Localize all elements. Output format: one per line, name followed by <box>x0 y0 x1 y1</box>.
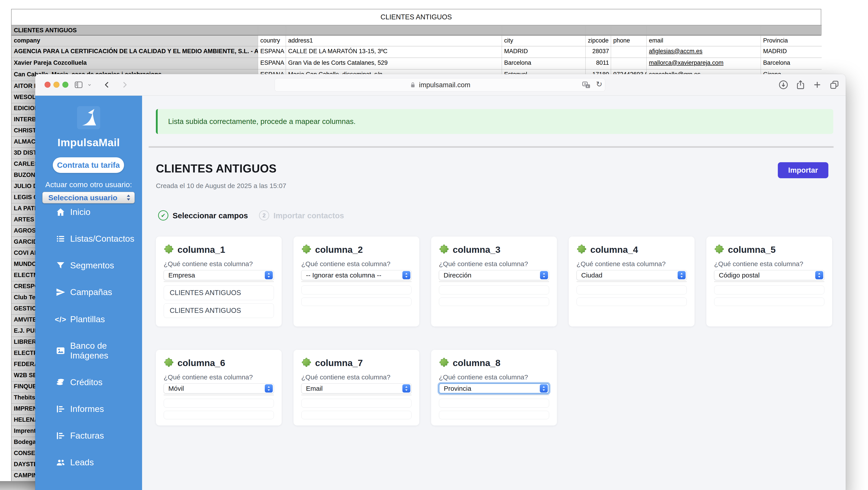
sheet-cell[interactable]: CLIENTES ANTIGUOS <box>11 25 258 35</box>
home-icon <box>56 207 65 217</box>
sheet-cell[interactable] <box>647 25 761 35</box>
mapping-card-columna_8: columna_8¿Qué contiene esta columna?Prov… <box>431 350 557 425</box>
sidebar-item-label: Campañas <box>70 287 112 297</box>
main-content: Lista subida correctamente, procede a ma… <box>142 96 846 490</box>
sheet-cell[interactable]: phone <box>611 35 647 46</box>
column-mapping-select[interactable]: Email <box>301 383 411 393</box>
column-mapping-select[interactable]: Código postal <box>714 270 824 280</box>
sample-value-box: CLIENTES ANTIGUOS <box>164 303 274 318</box>
downloads-icon[interactable] <box>778 80 788 90</box>
sheet-cell[interactable] <box>611 25 647 35</box>
sheet-cell[interactable] <box>502 25 586 35</box>
sidebar-item-banco-de-im-genes[interactable]: Banco de Imágenes <box>35 341 142 360</box>
sidebar-chevron-icon[interactable] <box>86 80 93 90</box>
select-stepper-icon <box>265 384 273 393</box>
horizontal-scrollbar[interactable] <box>149 146 834 148</box>
sheet-cell[interactable] <box>286 25 502 35</box>
sheet-cell[interactable]: MADRID <box>761 46 822 58</box>
select-arrows-icon <box>126 194 131 201</box>
traffic-zoom-button[interactable] <box>62 82 68 88</box>
import-button[interactable]: Importar <box>778 162 828 178</box>
sidebar-item-plantillas[interactable]: </>Plantillas <box>35 309 142 329</box>
page-title: CLIENTES ANTIGUOS <box>156 162 277 175</box>
step1-check-icon: ✔ <box>158 210 168 221</box>
sheet-cell[interactable]: Barcelona <box>761 58 822 69</box>
list-icon <box>56 234 65 244</box>
sheet-cell[interactable]: ESPANA <box>258 58 286 69</box>
contrata-tarifa-button[interactable]: Contrata tu tarifa <box>53 157 124 173</box>
sheet-cell[interactable]: 8011 <box>586 58 611 69</box>
traffic-close-button[interactable] <box>44 82 51 88</box>
sidebar-item-leads[interactable]: Leads <box>35 453 142 472</box>
sheet-cell[interactable] <box>611 58 647 69</box>
sheet-cell[interactable]: Barcelona <box>502 58 586 69</box>
select-value: Empresa <box>164 271 265 279</box>
traffic-minimize-button[interactable] <box>54 82 59 88</box>
mapping-card-columna_7: columna_7¿Qué contiene esta columna?Emai… <box>293 350 419 425</box>
sheet-cell[interactable]: ESPANA <box>258 46 286 58</box>
sheet-cell[interactable]: address1 <box>286 35 502 46</box>
sidebar-item-label: Plantillas <box>70 315 105 324</box>
card-question: ¿Qué contiene esta columna? <box>439 373 549 381</box>
column-mapping-select[interactable]: Dirección <box>439 270 549 280</box>
image-icon <box>56 346 65 356</box>
sheet-cell[interactable]: 28037 <box>586 46 611 58</box>
step2-number: 2 <box>259 210 269 221</box>
user-select[interactable]: Selecciona usuario <box>42 192 135 203</box>
sidebar-item-listas-contactos[interactable]: Listas/Contactos <box>35 229 142 249</box>
invoice-icon <box>56 431 65 440</box>
sheet-cell[interactable]: MADRID <box>502 46 586 58</box>
select-value: Email <box>302 385 402 392</box>
select-value: Móvil <box>164 385 265 392</box>
sheet-column-header-row: companycountryaddress1cityzipcodephoneem… <box>11 35 821 46</box>
column-mapping-select[interactable]: -- Ignorar esta columna -- <box>301 270 411 280</box>
sidebar-item-campa-as[interactable]: Campañas <box>35 283 142 302</box>
puzzle-icon <box>164 357 174 368</box>
sheet-cell[interactable]: afiglesias@accm.es <box>647 46 761 58</box>
column-mapping-select[interactable]: Empresa <box>164 270 274 280</box>
share-icon[interactable] <box>796 80 806 90</box>
sample-value-box <box>164 411 274 419</box>
sheet-cell[interactable]: Gran Via de les Corts Catalanes, 529 <box>286 58 502 69</box>
sidebar-item-segmentos[interactable]: Segmentos <box>35 256 142 275</box>
sheet-cell[interactable]: Provincia <box>761 35 822 46</box>
select-stepper-icon <box>815 271 823 279</box>
sample-value-box <box>301 399 411 408</box>
sheet-cell[interactable]: city <box>502 35 586 46</box>
sheet-cell[interactable] <box>586 25 611 35</box>
sidebar-toggle-icon[interactable] <box>73 80 84 90</box>
tab-overview-icon[interactable] <box>829 80 839 90</box>
sidebar-item-label: Listas/Contactos <box>70 234 134 244</box>
sidebar-item-informes[interactable]: Informes <box>35 399 142 419</box>
sample-value-box <box>439 297 549 306</box>
sidebar-item-cr-ditos[interactable]: Créditos <box>35 372 142 392</box>
sheet-cell[interactable]: email <box>647 35 761 46</box>
sheet-cell[interactable]: Xavier Pareja Cozcolluela <box>11 58 258 69</box>
sample-value-box <box>301 297 411 306</box>
sidebar-item-inicio[interactable]: Inicio <box>35 202 142 222</box>
column-mapping-select[interactable]: Provincia <box>439 383 549 393</box>
sheet-cell[interactable]: mallorca@xavierpareja.com <box>647 58 761 69</box>
new-tab-icon[interactable] <box>812 80 823 90</box>
column-mapping-select[interactable]: Ciudad <box>577 270 687 280</box>
select-stepper-icon <box>402 271 410 279</box>
sample-value-box <box>301 286 411 294</box>
sheet-cell[interactable]: zipcode <box>586 35 611 46</box>
sheet-cell[interactable]: country <box>258 35 286 46</box>
back-button[interactable] <box>102 80 112 90</box>
column-mapping-select[interactable]: Móvil <box>164 383 274 393</box>
sidebar-item-label: Inicio <box>70 207 90 217</box>
reload-icon[interactable]: ↻ <box>596 80 602 89</box>
sheet-cell[interactable]: company <box>11 35 258 46</box>
sheet-cell[interactable]: AGENCIA PARA LA CERTIFICACIÓN DE LA CALI… <box>11 46 258 58</box>
address-bar[interactable]: impulsamail.com A x ↻ <box>275 78 605 92</box>
sidebar-item-facturas[interactable]: Facturas <box>35 426 142 446</box>
translate-icon[interactable]: A x <box>581 80 591 91</box>
sheet-cell[interactable] <box>761 25 822 35</box>
mapping-card-columna_2: columna_2¿Qué contiene esta columna?-- I… <box>293 236 419 326</box>
sheet-cell[interactable] <box>258 25 286 35</box>
forward-button[interactable] <box>119 80 130 90</box>
sheet-cell[interactable]: CALLE DE LA MARATÓN 13-15, 3ºC <box>286 46 502 58</box>
sheet-cell[interactable] <box>611 46 647 58</box>
sidebar-item-label: Banco de Imágenes <box>70 341 137 360</box>
